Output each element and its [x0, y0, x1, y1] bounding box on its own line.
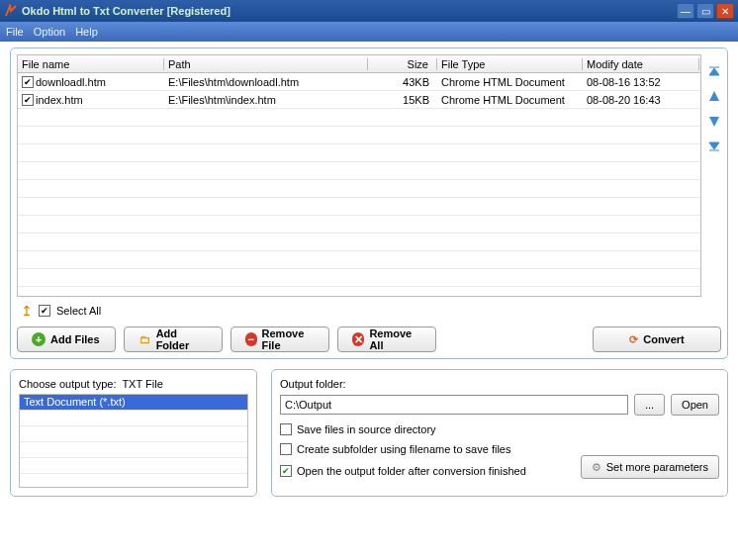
open-after-checkbox[interactable]: ✔ — [280, 465, 292, 477]
gear-icon: ⚙ — [592, 461, 601, 474]
output-type-option[interactable]: Text Document (*.txt) — [20, 395, 247, 411]
set-more-parameters-button[interactable]: ⚙Set more parameters — [581, 455, 719, 479]
menu-help[interactable]: Help — [75, 26, 98, 38]
choose-output-type-label: Choose output type: — [19, 378, 116, 390]
row-checkbox[interactable]: ✔ — [22, 76, 34, 88]
folder-icon: 🗀 — [138, 332, 151, 346]
output-type-value: TXT File — [122, 378, 162, 390]
open-folder-button[interactable]: Open — [671, 394, 719, 416]
titlebar: Okdo Html to Txt Converter [Registered] … — [0, 0, 738, 22]
add-folder-button[interactable]: 🗀Add Folder — [124, 327, 223, 352]
row-checkbox[interactable]: ✔ — [22, 94, 34, 106]
window-title: Okdo Html to Txt Converter [Registered] — [22, 5, 675, 17]
remove-all-button[interactable]: ✕Remove All — [337, 327, 436, 352]
cell-date: 08-08-16 13:52 — [583, 76, 699, 88]
output-type-list[interactable]: Text Document (*.txt) — [19, 394, 248, 488]
col-path[interactable]: Path — [164, 58, 368, 70]
cell-type: Chrome HTML Document — [437, 76, 583, 88]
menubar: File Option Help — [0, 22, 738, 42]
table-row[interactable]: ✔index.htm E:\Files\htm\index.htm 15KB C… — [18, 91, 700, 109]
cell-size: 15KB — [368, 94, 437, 106]
cell-name: index.htm — [36, 94, 83, 106]
app-icon — [4, 4, 18, 18]
browse-button[interactable]: ... — [634, 394, 665, 416]
file-table[interactable]: File name Path Size File Type Modify dat… — [17, 54, 701, 297]
create-subfolder-label: Create subfolder using filename to save … — [297, 443, 510, 455]
cell-date: 08-08-20 16:43 — [583, 94, 699, 106]
menu-file[interactable]: File — [6, 26, 24, 38]
minus-icon: − — [245, 332, 257, 346]
maximize-button[interactable]: ▭ — [696, 3, 714, 19]
cell-type: Chrome HTML Document — [437, 94, 583, 106]
table-row[interactable]: ✔downloadl.htm E:\Files\htm\downloadl.ht… — [18, 73, 700, 91]
select-all-checkbox[interactable]: ✔ — [39, 305, 50, 317]
save-source-label: Save files in source directory — [297, 423, 436, 435]
cell-name: downloadl.htm — [36, 76, 106, 88]
convert-icon: ⟳ — [629, 333, 638, 346]
plus-icon: + — [32, 332, 46, 346]
select-all-label: Select All — [56, 305, 101, 317]
col-filename[interactable]: File name — [18, 58, 164, 70]
convert-button[interactable]: ⟳Convert — [593, 327, 721, 352]
up-level-icon[interactable]: ↥ — [21, 303, 33, 319]
save-source-checkbox[interactable] — [280, 423, 292, 435]
open-after-label: Open the output folder after conversion … — [297, 465, 526, 477]
cell-path: E:\Files\htm\downloadl.htm — [164, 76, 368, 88]
cell-size: 43KB — [368, 76, 437, 88]
add-files-button[interactable]: +Add Files — [17, 327, 116, 352]
output-folder-input[interactable] — [280, 395, 628, 415]
create-subfolder-checkbox[interactable] — [280, 443, 292, 455]
menu-option[interactable]: Option — [34, 26, 65, 38]
minimize-button[interactable]: — — [677, 3, 694, 19]
cell-path: E:\Files\htm\index.htm — [164, 94, 368, 106]
move-top-button[interactable] — [706, 62, 722, 78]
col-size[interactable]: Size — [368, 58, 437, 70]
col-filetype[interactable]: File Type — [437, 58, 583, 70]
move-down-button[interactable] — [706, 114, 722, 130]
move-up-button[interactable] — [706, 88, 722, 104]
remove-file-button[interactable]: −Remove File — [231, 327, 329, 352]
table-header: File name Path Size File Type Modify dat… — [18, 55, 700, 73]
x-icon: ✕ — [352, 332, 364, 346]
output-folder-label: Output folder: — [280, 378, 719, 390]
close-button[interactable]: ✕ — [716, 3, 734, 19]
move-bottom-button[interactable] — [706, 140, 722, 155]
col-modifydate[interactable]: Modify date — [583, 58, 699, 70]
